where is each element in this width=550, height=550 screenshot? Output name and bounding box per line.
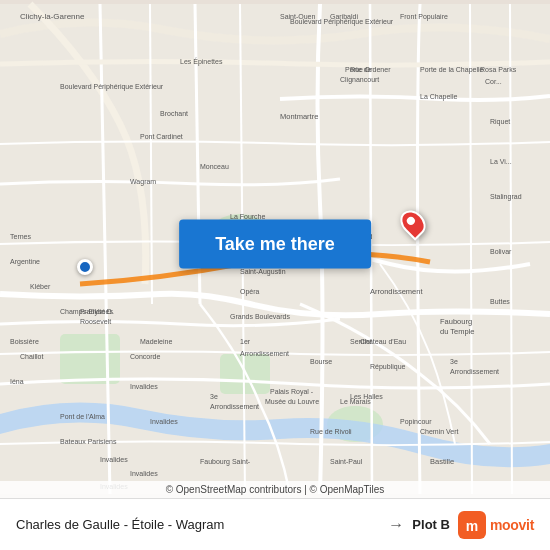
svg-text:Ternes: Ternes: [10, 233, 32, 240]
svg-text:Franklin D.: Franklin D.: [80, 308, 114, 315]
svg-text:Porte de la Chapelle: Porte de la Chapelle: [420, 66, 484, 74]
svg-text:Concorde: Concorde: [130, 353, 160, 360]
origin-marker: [77, 259, 93, 275]
svg-text:Les Halles: Les Halles: [350, 393, 383, 400]
app: Clichy-la-Garenne Boulevard Périphérique…: [0, 0, 550, 550]
svg-text:Monceau: Monceau: [200, 163, 229, 170]
svg-text:du Temple: du Temple: [440, 327, 474, 336]
svg-text:Brochant: Brochant: [160, 110, 188, 117]
svg-text:La Vi...: La Vi...: [490, 158, 512, 165]
svg-text:3e: 3e: [210, 393, 218, 400]
svg-text:Sentier: Sentier: [350, 338, 373, 345]
moovit-logo: m moovit: [458, 511, 534, 539]
moovit-icon: m: [458, 511, 486, 539]
svg-text:Grands Boulevards: Grands Boulevards: [230, 313, 290, 320]
svg-text:m: m: [466, 518, 478, 534]
svg-text:Roosevelt: Roosevelt: [80, 318, 111, 325]
svg-text:Porte de: Porte de: [345, 66, 372, 73]
destination-marker: [402, 209, 424, 237]
svg-text:Rue de Rivoli: Rue de Rivoli: [310, 428, 352, 435]
map-attribution: © OpenStreetMap contributors | © OpenMap…: [0, 481, 550, 498]
svg-text:Garibaldi: Garibaldi: [330, 13, 358, 20]
svg-text:Chaillot: Chaillot: [20, 353, 43, 360]
svg-text:Musée du Louvre: Musée du Louvre: [265, 398, 319, 405]
station-from: Charles de Gaulle - Étoile - Wagram: [16, 517, 380, 532]
svg-text:Invalides: Invalides: [100, 456, 128, 463]
svg-text:Palais Royal -: Palais Royal -: [270, 388, 314, 396]
svg-text:Cor...: Cor...: [485, 78, 502, 85]
svg-text:Clichy-la-Garenne: Clichy-la-Garenne: [20, 12, 85, 21]
svg-text:Stalingrad: Stalingrad: [490, 193, 522, 201]
svg-text:Saint-Ouen: Saint-Ouen: [280, 13, 316, 20]
take-me-there-button[interactable]: Take me there: [179, 220, 371, 269]
svg-text:Arrondissement: Arrondissement: [450, 368, 499, 375]
svg-text:Argentine: Argentine: [10, 258, 40, 266]
svg-text:Faubourg Saint-: Faubourg Saint-: [200, 458, 251, 466]
svg-text:Invalides: Invalides: [130, 383, 158, 390]
svg-text:Invalides: Invalides: [150, 418, 178, 425]
svg-text:Chemin Vert: Chemin Vert: [420, 428, 459, 435]
svg-text:Popincour: Popincour: [400, 418, 432, 426]
bottom-bar: Charles de Gaulle - Étoile - Wagram → Pl…: [0, 498, 550, 550]
svg-text:Wagram: Wagram: [130, 178, 156, 186]
svg-text:Rosa Parks: Rosa Parks: [480, 66, 517, 73]
svg-text:Madeleine: Madeleine: [140, 338, 172, 345]
svg-text:Pont Cardinet: Pont Cardinet: [140, 133, 183, 140]
station-to: Plot B: [412, 517, 450, 532]
svg-text:3e: 3e: [450, 358, 458, 365]
svg-text:Iéna: Iéna: [10, 378, 24, 385]
svg-text:Bourse: Bourse: [310, 358, 332, 365]
moovit-brand-text: moovit: [490, 517, 534, 533]
svg-text:Arrondissement: Arrondissement: [240, 350, 289, 357]
svg-text:République: République: [370, 363, 406, 371]
svg-rect-2: [60, 334, 120, 384]
svg-text:Pont de l'Alma: Pont de l'Alma: [60, 413, 105, 420]
svg-text:Bastille: Bastille: [430, 457, 454, 466]
svg-text:Front Populaire: Front Populaire: [400, 13, 448, 21]
svg-text:Boissière: Boissière: [10, 338, 39, 345]
svg-text:Bolivar: Bolivar: [490, 248, 512, 255]
svg-text:1er: 1er: [240, 338, 251, 345]
map-container: Clichy-la-Garenne Boulevard Périphérique…: [0, 0, 550, 498]
svg-text:Les Épinettes: Les Épinettes: [180, 57, 223, 66]
svg-text:Saint-Augustin: Saint-Augustin: [240, 268, 286, 276]
svg-text:Buttes: Buttes: [490, 298, 510, 305]
svg-text:Riquet: Riquet: [490, 118, 510, 126]
svg-text:Opéra: Opéra: [240, 288, 260, 296]
svg-text:Arrondissement: Arrondissement: [370, 287, 423, 296]
svg-text:Kléber: Kléber: [30, 283, 51, 290]
arrow-right-icon: →: [388, 516, 404, 534]
svg-text:Bateaux Parisiens: Bateaux Parisiens: [60, 438, 117, 445]
svg-text:Clignancourt: Clignancourt: [340, 76, 379, 84]
svg-text:La Chapelle: La Chapelle: [420, 93, 457, 101]
svg-text:Faubourg: Faubourg: [440, 317, 472, 326]
svg-text:Boulevard Périphérique Extérie: Boulevard Périphérique Extérieur: [60, 83, 164, 91]
svg-text:Arrondissement: Arrondissement: [210, 403, 259, 410]
svg-text:Saint-Paul: Saint-Paul: [330, 458, 363, 465]
svg-text:Invalides: Invalides: [130, 470, 158, 477]
svg-text:Montmartre: Montmartre: [280, 112, 318, 121]
